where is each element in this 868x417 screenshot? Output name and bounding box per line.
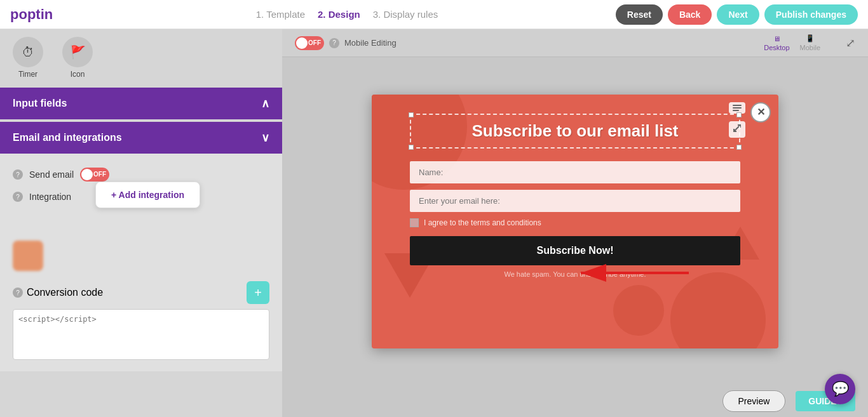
conversion-code-label: Conversion code xyxy=(27,287,103,298)
email-integrations-section-header[interactable]: Email and integrations ∨ xyxy=(0,122,282,154)
send-email-toggle-label: OFF xyxy=(93,171,106,178)
desktop-icon: 🖥 xyxy=(773,35,780,43)
icon-label: Icon xyxy=(71,70,85,79)
header-actions: Reset Back Next Publish changes xyxy=(616,4,858,25)
timer-icon: ⏱ xyxy=(13,37,43,67)
timer-element[interactable]: ⏱ Timer xyxy=(13,37,43,79)
handle-bl[interactable] xyxy=(409,145,414,150)
desktop-view-button[interactable]: 🖥 Desktop xyxy=(764,35,789,51)
terms-label: I agree to the terms and conditions xyxy=(424,218,541,227)
popup-title-area[interactable]: Subscribe to our email list xyxy=(410,114,740,149)
toolbar: OFF ? Mobile Editing 🖥 Desktop 📱 Mobile … xyxy=(282,29,868,57)
email-integrations-label: Email and integrations xyxy=(13,132,122,143)
mobile-editing-label: Mobile Editing xyxy=(344,38,397,48)
preview-button[interactable]: Preview xyxy=(722,390,786,412)
back-button[interactable]: Back xyxy=(668,4,712,25)
send-email-label: Send email xyxy=(29,169,74,180)
integration-icons-area xyxy=(13,235,269,276)
handle-br[interactable] xyxy=(736,145,742,150)
view-selector: 🖥 Desktop 📱 Mobile xyxy=(764,34,820,51)
mobile-toggle-label: OFF xyxy=(308,39,321,46)
integration-label: Integration xyxy=(29,192,71,202)
popup-preview: ✕ Su xyxy=(372,95,778,348)
bottom-bar: Preview GUIDES xyxy=(282,385,868,417)
sidebar: ⏱ Timer 🚩 Icon Input fields ∧ Email and … xyxy=(0,29,282,417)
header: poptin 1. Template 2. Design 3. Display … xyxy=(0,0,868,29)
popup-email-input[interactable] xyxy=(410,190,740,212)
icon-element[interactable]: 🚩 Icon xyxy=(62,37,93,79)
input-fields-label: Input fields xyxy=(13,98,67,109)
mobile-editing-control: OFF ? Mobile Editing xyxy=(295,36,397,50)
conversion-code-add-button[interactable]: + xyxy=(247,281,269,304)
popup-title: Subscribe to our email list xyxy=(424,121,726,141)
main-layout: ⏱ Timer 🚩 Icon Input fields ∧ Email and … xyxy=(0,29,868,417)
send-email-help-icon[interactable]: ? xyxy=(13,169,23,180)
mobile-editing-toggle[interactable]: OFF xyxy=(295,36,324,50)
expand-icon[interactable]: ⤢ xyxy=(846,36,855,50)
handle-tr[interactable] xyxy=(736,112,742,117)
integration-help-icon[interactable]: ? xyxy=(13,192,23,202)
popup-name-input[interactable] xyxy=(410,161,740,183)
desktop-label: Desktop xyxy=(764,44,789,51)
chat-bubble[interactable]: 💬 xyxy=(825,374,855,404)
element-icons: ⏱ Timer 🚩 Icon xyxy=(0,29,282,86)
mobile-view-button[interactable]: 📱 Mobile xyxy=(800,34,820,51)
mobile-label: Mobile xyxy=(800,44,820,51)
reset-button[interactable]: Reset xyxy=(616,4,663,25)
publish-button[interactable]: Publish changes xyxy=(764,4,858,25)
conversion-code-row: ? Conversion code + xyxy=(13,276,269,309)
mobile-icon: 📱 xyxy=(806,34,815,43)
mobile-editing-help-icon[interactable]: ? xyxy=(329,38,339,48)
popup-content: Subscribe to our email list I agree to t… xyxy=(372,95,778,297)
add-integration-button[interactable]: + Add integration xyxy=(95,182,200,208)
integration-icon-1[interactable] xyxy=(13,241,43,271)
terms-checkbox-row: I agree to the terms and conditions xyxy=(410,218,740,227)
email-integrations-content: ? Send email OFF ? Integration + Add int… xyxy=(0,154,282,371)
step-display-rules[interactable]: 3. Display rules xyxy=(373,9,438,20)
next-button[interactable]: Next xyxy=(717,4,759,25)
send-email-toggle[interactable]: OFF xyxy=(80,168,109,182)
steps-nav: 1. Template 2. Design 3. Display rules xyxy=(78,9,616,20)
logo: poptin xyxy=(10,6,53,23)
flag-icon: 🚩 xyxy=(62,37,93,67)
subscribe-button[interactable]: Subscribe Now! xyxy=(410,236,740,265)
terms-checkbox[interactable] xyxy=(410,218,419,227)
spam-text: We hate spam. You can unsubscribe anytim… xyxy=(410,270,740,278)
input-fields-chevron: ∧ xyxy=(261,96,269,110)
step-design[interactable]: 2. Design xyxy=(318,9,360,20)
email-integrations-chevron: ∨ xyxy=(261,131,269,145)
canvas: ✕ Su xyxy=(282,57,868,385)
content-area: OFF ? Mobile Editing 🖥 Desktop 📱 Mobile … xyxy=(282,29,868,417)
step-template[interactable]: 1. Template xyxy=(256,9,305,20)
timer-label: Timer xyxy=(18,70,37,79)
conversion-help-icon[interactable]: ? xyxy=(13,288,23,298)
conversion-code-textarea[interactable] xyxy=(13,309,269,360)
input-fields-section-header[interactable]: Input fields ∧ xyxy=(0,88,282,119)
integration-row: ? Integration + Add integration xyxy=(13,187,269,207)
handle-tl[interactable] xyxy=(409,112,414,117)
